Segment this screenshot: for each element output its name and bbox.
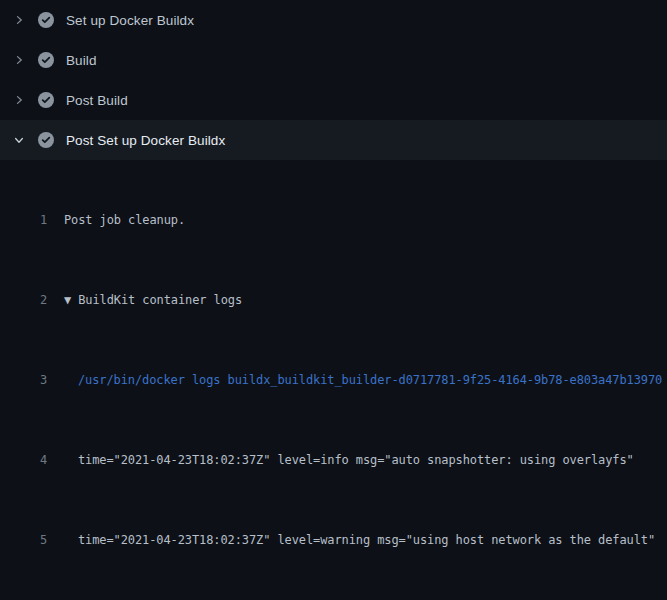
log-line: 1 Post job cleanup. (0, 210, 667, 230)
line-number[interactable]: 4 (0, 450, 47, 470)
line-text: ▼ BuildKit container logs (64, 290, 242, 310)
step-label: Build (66, 53, 97, 68)
log-line: 4 time="2021-04-23T18:02:37Z" level=info… (0, 450, 667, 470)
line-number[interactable]: 2 (0, 290, 47, 310)
log-line: 5 time="2021-04-23T18:02:37Z" level=warn… (0, 530, 667, 550)
step-row-set-up-docker-buildx[interactable]: Set up Docker Buildx (0, 0, 667, 40)
steps-list: Set up Docker Buildx Build (0, 0, 667, 160)
log-line: 2 ▼ BuildKit container logs (0, 290, 667, 310)
line-number[interactable]: 3 (0, 370, 47, 390)
log-output: 1 Post job cleanup. 2 ▼ BuildKit contain… (0, 160, 667, 600)
chevron-right-icon (12, 13, 26, 27)
line-text: Post job cleanup. (64, 210, 185, 230)
line-text: time="2021-04-23T18:02:37Z" level=info m… (78, 450, 634, 470)
step-label: Set up Docker Buildx (66, 13, 194, 28)
check-circle-icon (38, 92, 54, 108)
step-row-post-set-up-docker-buildx[interactable]: Post Set up Docker Buildx (0, 120, 667, 160)
step-row-post-build[interactable]: Post Build (0, 80, 667, 120)
chevron-right-icon (12, 93, 26, 107)
line-text: /usr/bin/docker logs buildx_buildkit_bui… (78, 370, 662, 390)
line-number[interactable]: 5 (0, 530, 47, 550)
log-line: 3 /usr/bin/docker logs buildx_buildkit_b… (0, 370, 667, 390)
step-label: Post Set up Docker Buildx (66, 133, 225, 148)
line-number[interactable]: 1 (0, 210, 47, 230)
check-circle-icon (38, 52, 54, 68)
step-label: Post Build (66, 93, 128, 108)
step-row-build[interactable]: Build (0, 40, 667, 80)
check-circle-icon (38, 132, 54, 148)
check-circle-icon (38, 12, 54, 28)
line-text: time="2021-04-23T18:02:37Z" level=warnin… (78, 530, 655, 550)
chevron-down-icon (12, 133, 26, 147)
chevron-right-icon (12, 53, 26, 67)
